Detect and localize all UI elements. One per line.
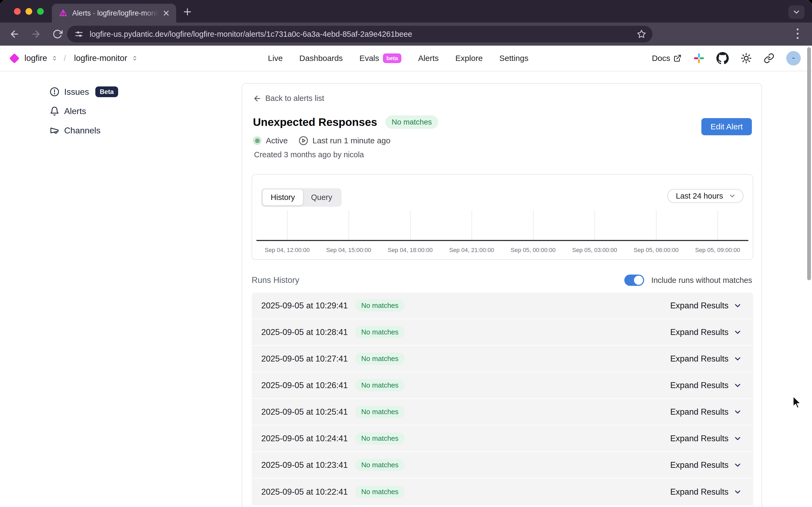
nav-item-live[interactable]: Live (268, 54, 283, 63)
bookmark-star-icon[interactable] (637, 30, 646, 39)
favicon-logfire-icon (59, 9, 67, 17)
chevron-down-icon (733, 354, 742, 363)
slack-icon[interactable] (693, 53, 705, 64)
run-timestamp: 2025-09-05 at 10:28:41 (261, 328, 348, 337)
back-link-label: Back to alerts list (265, 94, 324, 103)
x-tick: Sep 04, 15:00:00 (318, 247, 379, 253)
back-button[interactable] (7, 27, 21, 41)
share-link-icon[interactable] (764, 53, 774, 64)
expand-results-label: Expand Results (670, 381, 728, 390)
org-selector[interactable]: logfire (24, 53, 47, 63)
reload-button[interactable] (51, 27, 64, 41)
url-bar[interactable]: logfire-us.pydantic.dev/logfire/logfire-… (67, 26, 652, 42)
include-runs-toggle-label: Include runs without matches (651, 276, 752, 285)
traffic-lights (14, 8, 44, 15)
run-badge: No matches (355, 299, 404, 312)
chevron-down-icon (733, 488, 742, 496)
expand-results-button[interactable]: Expand Results (670, 434, 742, 443)
expand-results-button[interactable]: Expand Results (670, 487, 742, 497)
expand-results-button[interactable]: Expand Results (670, 301, 742, 311)
x-tick: Sep 05, 09:00:00 (687, 247, 748, 253)
x-tick: Sep 04, 12:00:00 (257, 247, 318, 253)
run-badge: No matches (355, 379, 404, 391)
bell-icon (50, 106, 59, 116)
sidebar: Issues Beta Alerts Channels (50, 84, 118, 138)
alert-circle-icon (50, 87, 59, 97)
expand-results-button[interactable]: Expand Results (670, 381, 742, 390)
docs-label: Docs (652, 54, 670, 63)
minimize-window-button[interactable] (25, 8, 32, 15)
nav-item-explore[interactable]: Explore (455, 54, 483, 63)
chevrons-up-down-icon[interactable] (51, 55, 58, 61)
edit-alert-button[interactable]: Edit Alert (701, 118, 752, 135)
run-row: 2025-09-05 at 10:22:41 No matches Expand… (252, 478, 753, 505)
runs-list: 2025-09-05 at 10:29:41 No matches Expand… (252, 292, 753, 505)
x-tick: Sep 04, 18:00:00 (379, 247, 441, 253)
zoom-window-button[interactable] (37, 8, 44, 15)
page-scrollbar[interactable] (807, 47, 811, 280)
theme-sun-icon[interactable] (741, 53, 752, 64)
close-window-button[interactable] (14, 8, 21, 15)
runs-history-heading: Runs History (252, 275, 299, 285)
tab-strip: Alerts · logfire/logfire-monitor (0, 0, 812, 22)
site-settings-icon[interactable] (74, 29, 84, 39)
sidebar-item-issues[interactable]: Issues Beta (50, 84, 118, 99)
run-row: 2025-09-05 at 10:28:41 No matches Expand… (252, 319, 753, 346)
run-badge: No matches (355, 326, 404, 338)
project-selector[interactable]: logfire-monitor (74, 53, 127, 63)
arrow-left-icon (253, 94, 262, 103)
run-badge: No matches (355, 486, 404, 498)
chevrons-up-down-icon[interactable] (131, 55, 138, 61)
sidebar-item-channels[interactable]: Channels (50, 123, 118, 138)
breadcrumb: logfire / logfire-monitor (11, 46, 138, 71)
run-badge: No matches (355, 406, 404, 418)
include-runs-toggle[interactable] (624, 275, 644, 286)
last-run-label: Last run 1 minute ago (313, 136, 390, 145)
evals-beta-badge: beta (383, 53, 401, 63)
expand-results-button[interactable]: Expand Results (670, 354, 742, 364)
user-avatar[interactable]: - (786, 51, 801, 65)
x-tick: Sep 04, 21:00:00 (441, 247, 502, 253)
browser-window: Alerts · logfire/logfire-monitor (0, 0, 812, 507)
expand-results-label: Expand Results (670, 487, 728, 497)
expand-results-button[interactable]: Expand Results (670, 460, 742, 470)
chevron-down-icon (733, 408, 742, 416)
run-badge: No matches (355, 353, 404, 365)
expand-results-label: Expand Results (670, 434, 728, 443)
nav-menu: Live Dashboards Evals beta Alerts Explor… (268, 46, 529, 71)
expand-results-button[interactable]: Expand Results (670, 328, 742, 337)
browser-tab[interactable]: Alerts · logfire/logfire-monitor (52, 4, 176, 22)
x-tick: Sep 05, 03:00:00 (564, 247, 626, 253)
expand-results-label: Expand Results (670, 407, 728, 417)
nav-item-evals[interactable]: Evals beta (360, 53, 402, 63)
url-text[interactable]: logfire-us.pydantic.dev/logfire/logfire-… (90, 30, 637, 39)
browser-menu-icon[interactable] (792, 29, 803, 39)
docs-link[interactable]: Docs (652, 54, 682, 63)
active-status: Active (253, 136, 288, 145)
nav-item-dashboards[interactable]: Dashboards (300, 54, 343, 63)
browser-chrome: Alerts · logfire/logfire-monitor (0, 0, 812, 46)
nav-right: Docs - (652, 46, 801, 71)
run-row: 2025-09-05 at 10:27:41 No matches Expand… (252, 346, 753, 372)
expand-results-label: Expand Results (670, 460, 728, 470)
nav-item-alerts[interactable]: Alerts (418, 54, 439, 63)
nav-item-settings[interactable]: Settings (499, 54, 529, 63)
tab-history[interactable]: History (263, 189, 303, 205)
forward-button[interactable] (29, 27, 43, 41)
tab-query[interactable]: Query (303, 189, 340, 205)
back-to-alerts-link[interactable]: Back to alerts list (253, 94, 324, 103)
tab-search-button[interactable] (789, 5, 805, 19)
expand-results-button[interactable]: Expand Results (670, 407, 742, 417)
time-range-select[interactable]: Last 24 hours (667, 189, 744, 203)
include-runs-toggle-group: Include runs without matches (624, 275, 752, 286)
run-badge: No matches (355, 459, 404, 471)
tab-close-icon[interactable] (162, 9, 170, 17)
alert-detail-card: Back to alerts list Unexpected Responses… (242, 83, 762, 507)
alert-status-row: Active Last run 1 minute ago (253, 135, 390, 147)
github-icon[interactable] (716, 52, 729, 64)
browser-toolbar: logfire-us.pydantic.dev/logfire/logfire-… (0, 22, 812, 46)
run-timestamp: 2025-09-05 at 10:24:41 (261, 434, 348, 443)
run-row: 2025-09-05 at 10:26:41 No matches Expand… (252, 372, 753, 399)
new-tab-button[interactable] (182, 6, 193, 17)
sidebar-item-alerts[interactable]: Alerts (50, 104, 118, 118)
